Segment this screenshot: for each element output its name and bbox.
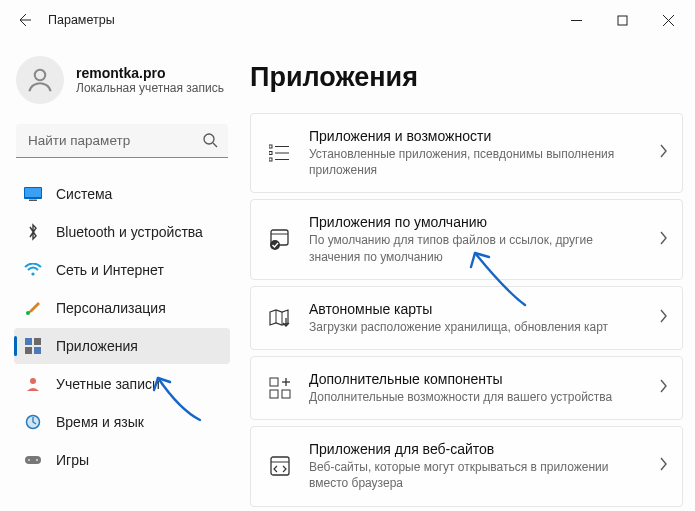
card-offline-maps[interactable]: Автономные карты Загрузки расположение х…	[250, 286, 683, 350]
card-title: Приложения и возможности	[309, 128, 638, 144]
sidebar-item-network[interactable]: Сеть и Интернет	[14, 252, 230, 288]
card-subtitle: Загрузки расположение хранилища, обновле…	[309, 319, 638, 335]
avatar	[16, 56, 64, 104]
minimize-icon	[571, 15, 582, 26]
back-button[interactable]	[4, 0, 44, 40]
sidebar-item-apps[interactable]: Приложения	[14, 328, 230, 364]
apps-icon	[24, 337, 42, 355]
svg-rect-18	[25, 456, 41, 464]
card-apps-features[interactable]: Приложения и возможности Установленные п…	[250, 113, 683, 193]
svg-point-16	[30, 378, 36, 384]
window-controls	[553, 4, 691, 36]
sidebar-item-system[interactable]: Система	[14, 176, 230, 212]
svg-rect-14	[25, 347, 32, 354]
brush-icon	[24, 299, 42, 317]
svg-line-6	[213, 143, 217, 147]
titlebar: Параметры	[0, 0, 695, 40]
close-button[interactable]	[645, 4, 691, 36]
gamepad-icon	[24, 451, 42, 469]
card-title: Автономные карты	[309, 301, 638, 317]
user-subtitle: Локальная учетная запись	[76, 81, 224, 95]
svg-rect-1	[618, 16, 627, 25]
user-icon	[24, 375, 42, 393]
card-default-apps[interactable]: Приложения по умолчанию По умолчанию для…	[250, 199, 683, 279]
map-icon	[267, 305, 293, 331]
card-subtitle: Веб-сайты, которые могут открываться в п…	[309, 459, 638, 491]
monitor-icon	[24, 185, 42, 203]
sidebar-item-label: Приложения	[56, 338, 138, 354]
svg-point-19	[28, 459, 30, 461]
chevron-right-icon	[659, 457, 668, 475]
card-subtitle: По умолчанию для типов файлов и ссылок, …	[309, 232, 638, 264]
sidebar-item-label: Система	[56, 186, 112, 202]
clock-globe-icon	[24, 413, 42, 431]
card-title: Приложения для веб-сайтов	[309, 441, 638, 457]
svg-point-20	[36, 459, 38, 461]
add-grid-icon	[267, 375, 293, 401]
chevron-right-icon	[659, 231, 668, 249]
chevron-right-icon	[659, 144, 668, 162]
svg-rect-22	[269, 152, 272, 155]
nav-list: Система Bluetooth и устройства Сеть и Ин…	[14, 176, 230, 478]
svg-point-11	[26, 311, 30, 315]
svg-rect-32	[270, 378, 278, 386]
card-title: Приложения по умолчанию	[309, 214, 638, 230]
sidebar-item-bluetooth[interactable]: Bluetooth и устройства	[14, 214, 230, 250]
maximize-icon	[617, 15, 628, 26]
sidebar: remontka.pro Локальная учетная запись Си…	[0, 40, 240, 511]
user-name: remontka.pro	[76, 65, 224, 81]
sidebar-item-time-language[interactable]: Время и язык	[14, 404, 230, 440]
sidebar-item-label: Учетные записи	[56, 376, 160, 392]
sidebar-item-gaming[interactable]: Игры	[14, 442, 230, 478]
svg-point-5	[204, 134, 214, 144]
sidebar-item-label: Bluetooth и устройства	[56, 224, 203, 240]
card-list: Приложения и возможности Установленные п…	[250, 113, 683, 507]
page-title: Приложения	[250, 62, 683, 93]
svg-rect-33	[270, 390, 278, 398]
arrow-left-icon	[16, 12, 32, 28]
window-title: Параметры	[48, 13, 115, 27]
user-block[interactable]: remontka.pro Локальная учетная запись	[16, 56, 230, 104]
svg-rect-15	[34, 347, 41, 354]
close-icon	[663, 15, 674, 26]
sidebar-item-personalization[interactable]: Персонализация	[14, 290, 230, 326]
search-icon	[202, 132, 218, 152]
svg-rect-34	[282, 390, 290, 398]
main-content: Приложения Приложения и возможности Уста…	[240, 40, 695, 511]
svg-point-4	[35, 70, 46, 81]
sidebar-item-label: Игры	[56, 452, 89, 468]
wifi-icon	[24, 261, 42, 279]
user-icon	[25, 65, 55, 95]
sidebar-item-label: Персонализация	[56, 300, 166, 316]
card-subtitle: Установленные приложения, псевдонимы вып…	[309, 146, 638, 178]
website-app-icon	[267, 453, 293, 479]
minimize-button[interactable]	[553, 4, 599, 36]
search-input[interactable]	[16, 124, 228, 158]
bluetooth-icon	[24, 223, 42, 241]
search-box[interactable]	[16, 124, 228, 158]
svg-rect-12	[25, 338, 32, 345]
sidebar-item-label: Сеть и Интернет	[56, 262, 164, 278]
card-title: Дополнительные компоненты	[309, 371, 638, 387]
svg-point-29	[270, 240, 280, 250]
svg-rect-13	[34, 338, 41, 345]
svg-point-10	[31, 272, 34, 275]
list-icon	[267, 140, 293, 166]
card-apps-for-websites[interactable]: Приложения для веб-сайтов Веб-сайты, кот…	[250, 426, 683, 506]
maximize-button[interactable]	[599, 4, 645, 36]
chevron-right-icon	[659, 309, 668, 327]
svg-rect-23	[269, 158, 272, 161]
sidebar-item-accounts[interactable]: Учетные записи	[14, 366, 230, 402]
card-subtitle: Дополнительные возможности для вашего ус…	[309, 389, 638, 405]
svg-rect-37	[271, 457, 289, 475]
svg-rect-21	[269, 145, 272, 148]
default-app-icon	[267, 227, 293, 253]
svg-rect-8	[25, 188, 41, 197]
chevron-right-icon	[659, 379, 668, 397]
sidebar-item-label: Время и язык	[56, 414, 144, 430]
card-optional-features[interactable]: Дополнительные компоненты Дополнительные…	[250, 356, 683, 420]
svg-rect-9	[29, 200, 37, 202]
